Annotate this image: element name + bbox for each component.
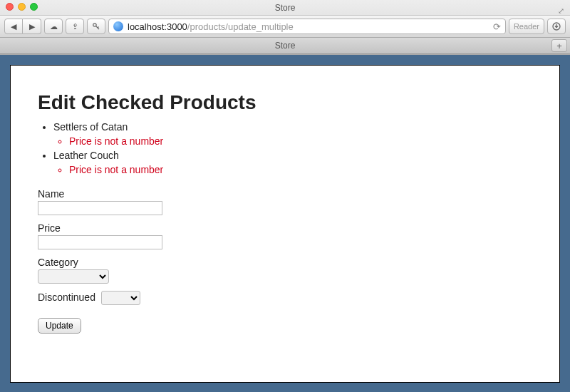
error-message: Price is not a number [69, 135, 532, 147]
new-tab-button[interactable]: + [551, 39, 567, 52]
fullscreen-icon[interactable]: ⤢ [556, 3, 566, 12]
browser-chrome: Store ⤢ ◀ ▶ ☁︎ ⇪ localhost:3000/products… [0, 0, 570, 55]
category-label: Category [38, 257, 532, 268]
name-field: Name [38, 188, 532, 215]
address-bar[interactable]: localhost:3000/products/update_multiple … [108, 19, 506, 34]
discontinued-label: Discontinued [38, 292, 95, 303]
error-product-name: Leather Couch [53, 150, 119, 161]
zoom-window-button[interactable] [30, 3, 38, 11]
key-icon [93, 23, 100, 30]
price-field: Price [38, 222, 532, 249]
share-button[interactable]: ⇪ [66, 19, 84, 34]
category-field: Category [38, 257, 532, 284]
url-path: /products/update_multiple [187, 21, 294, 32]
error-item: Leather Couch Price is not a number [53, 150, 532, 175]
price-label: Price [38, 222, 532, 234]
reader-button[interactable]: Reader [509, 19, 544, 34]
back-button[interactable]: ◀ [4, 19, 23, 34]
discontinued-field: Discontinued [38, 291, 532, 305]
traffic-lights [6, 3, 38, 11]
tab-title[interactable]: Store [275, 41, 296, 51]
error-product-name: Settlers of Catan [53, 121, 128, 133]
window-titlebar: Store ⤢ [0, 0, 570, 16]
window-title: Store [275, 3, 296, 13]
error-list: Settlers of Catan Price is not a number … [38, 121, 532, 175]
price-input[interactable] [38, 235, 162, 249]
downloads-button[interactable] [547, 19, 566, 34]
reload-button[interactable]: ⟳ [493, 21, 501, 32]
download-icon [552, 22, 561, 31]
url-host: localhost [128, 21, 164, 32]
update-button[interactable]: Update [38, 318, 81, 334]
name-label: Name [38, 188, 532, 200]
url-port: :3000 [164, 21, 187, 32]
name-input[interactable] [38, 201, 162, 215]
svg-point-0 [93, 24, 96, 26]
icloud-button[interactable]: ☁︎ [44, 19, 63, 34]
browser-viewport: Edit Checked Products Settlers of Catan … [0, 55, 570, 392]
minimize-window-button[interactable] [18, 3, 26, 11]
error-item: Settlers of Catan Price is not a number [53, 121, 532, 147]
category-select[interactable] [38, 269, 109, 284]
lock-button[interactable] [87, 19, 105, 34]
site-icon [113, 21, 123, 31]
browser-tabbar: Store + [0, 37, 570, 54]
close-window-button[interactable] [6, 3, 14, 11]
page-heading: Edit Checked Products [38, 91, 532, 114]
page-content: Edit Checked Products Settlers of Catan … [10, 65, 560, 383]
forward-button[interactable]: ▶ [23, 19, 41, 34]
browser-toolbar: ◀ ▶ ☁︎ ⇪ localhost:3000/products/update_… [0, 16, 570, 37]
error-message: Price is not a number [69, 164, 532, 175]
discontinued-select[interactable] [101, 291, 140, 305]
